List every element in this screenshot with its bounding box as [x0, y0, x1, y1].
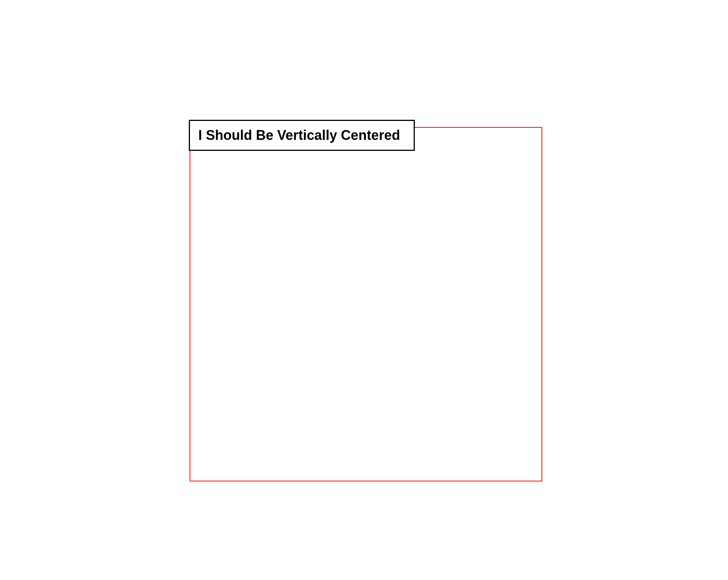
outer-container: [190, 127, 542, 481]
centered-box: I Should Be Vertically Centered: [189, 120, 415, 151]
centered-box-label: I Should Be Vertically Centered: [198, 127, 400, 143]
